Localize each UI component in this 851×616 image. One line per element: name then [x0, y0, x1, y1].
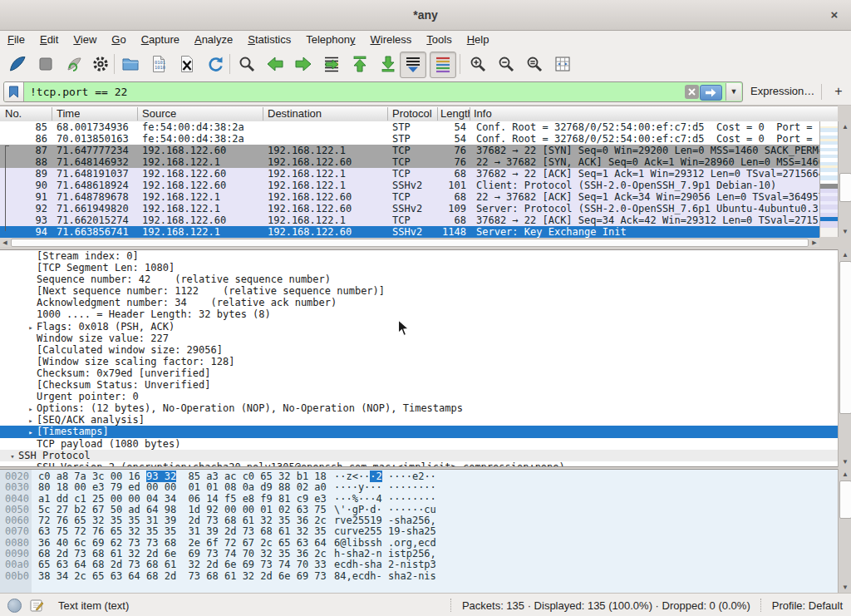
detail-line[interactable]: ▸[SEQ/ACK analysis]: [0, 414, 838, 426]
scroll-up-arrow[interactable]: ▲: [839, 249, 851, 260]
go-first-button[interactable]: [347, 52, 372, 76]
go-forward-button[interactable]: [291, 52, 316, 76]
detail-line[interactable]: TCP payload (1080 bytes): [0, 438, 838, 450]
packet-row-92[interactable]: 9271.661949820192.168.122.1192.168.122.6…: [0, 203, 819, 214]
hex-vscrollbar[interactable]: ▲ ▼: [838, 469, 851, 593]
detail-line[interactable]: [Window size scaling factor: 128]: [0, 356, 838, 367]
packet-row-93[interactable]: 9371.662015274192.168.122.60192.168.122.…: [0, 214, 819, 226]
column-divider[interactable]: [470, 107, 470, 121]
filter-apply-button[interactable]: [700, 85, 722, 101]
menu-go[interactable]: Go: [104, 31, 133, 49]
start-capture-button[interactable]: [5, 52, 30, 76]
column-divider[interactable]: [263, 107, 263, 121]
scrollbar-thumb[interactable]: [11, 239, 809, 247]
packet-row-85[interactable]: 8568.001734936fe:54:00:d4:38:2aSTP54Conf…: [0, 121, 819, 133]
filter-bookmark-button[interactable]: [4, 82, 24, 101]
packet-row-91[interactable]: 9171.648789678192.168.122.1192.168.122.6…: [0, 191, 819, 203]
column-divider[interactable]: [52, 107, 52, 121]
scrollbar-thumb[interactable]: [839, 261, 851, 414]
packet-list-vscrollbar[interactable]: ▲ ▼: [838, 121, 851, 237]
zoom-original-button[interactable]: [522, 52, 547, 76]
scroll-up-arrow[interactable]: ▲: [839, 121, 851, 132]
col-header-time[interactable]: Time: [57, 106, 80, 121]
packet-row-94[interactable]: 9471.663856741192.168.122.1192.168.122.6…: [0, 226, 819, 238]
scroll-left-arrow[interactable]: ◀: [0, 238, 10, 247]
scroll-up-arrow[interactable]: ▲: [839, 469, 851, 480]
zoom-in-button[interactable]: [465, 52, 490, 76]
detail-line[interactable]: [TCP Segment Len: 1080]: [0, 262, 838, 274]
detail-line[interactable]: Acknowledgment number: 34 (relative ack …: [0, 297, 838, 308]
hex-row[interactable]: 00b038 34 2c 65 63 64 68 2d 73 68 61 32 …: [0, 571, 838, 582]
hex-row[interactable]: 00a065 63 64 68 2d 73 68 61 32 2d 6e 69 …: [0, 559, 838, 570]
close-file-button[interactable]: [175, 52, 199, 76]
go-to-packet-button[interactable]: [319, 52, 344, 76]
col-header-protocol[interactable]: Protocol: [392, 106, 432, 121]
detail-line[interactable]: ▸Options: (12 bytes), No-Operation (NOP)…: [0, 402, 838, 414]
expression-button[interactable]: Expression…: [750, 79, 814, 105]
colorize-button[interactable]: [430, 52, 456, 78]
filter-clear-button[interactable]: [685, 85, 699, 99]
col-header-length[interactable]: Length: [440, 106, 470, 121]
open-file-button[interactable]: [118, 52, 143, 76]
add-filter-button[interactable]: +: [829, 79, 848, 105]
expand-arrow-icon[interactable]: ▸: [25, 426, 37, 438]
hex-row[interactable]: 00505c 27 b2 67 50 ad 64 98 1d 92 00 00 …: [0, 505, 838, 515]
menu-telephony[interactable]: Telephony: [298, 31, 362, 49]
menu-edit[interactable]: Edit: [32, 31, 66, 49]
close-button[interactable]: ×: [826, 7, 843, 23]
go-back-button[interactable]: [263, 52, 288, 76]
col-header-info[interactable]: Info: [474, 106, 492, 121]
intelligent-scrollbar-minimap[interactable]: [819, 121, 839, 237]
scroll-down-arrow[interactable]: ▼: [839, 456, 851, 467]
filter-dropdown-button[interactable]: ▼: [726, 83, 741, 101]
menu-analyze[interactable]: Analyze: [187, 31, 240, 49]
capture-comment-icon[interactable]: [30, 599, 44, 613]
col-header-no[interactable]: No.: [5, 106, 22, 121]
auto-scroll-button[interactable]: [400, 52, 426, 78]
packet-row-90[interactable]: 9071.648618924192.168.122.60192.168.122.…: [0, 180, 819, 191]
hex-row[interactable]: 009068 2d 73 68 61 32 2d 6e 69 73 74 70 …: [0, 549, 838, 559]
detail-line[interactable]: Checksum: 0x79ed [unverified]: [0, 367, 838, 379]
save-file-button[interactable]: 01011010: [146, 52, 171, 76]
details-vscrollbar[interactable]: ▲ ▼: [838, 249, 851, 467]
go-last-button[interactable]: [376, 52, 401, 76]
detail-line[interactable]: Window size value: 227: [0, 333, 838, 344]
column-divider[interactable]: [387, 107, 388, 121]
packet-list-hscrollbar[interactable]: ◀ ▶: [0, 238, 819, 247]
hex-row[interactable]: 0020c0 a8 7a 3c 00 16 93 32 85 a3 ac c0 …: [0, 471, 838, 482]
packet-row-87[interactable]: 8771.647777234192.168.122.60192.168.122.…: [0, 145, 819, 156]
detail-line[interactable]: ▾SSH Protocol: [0, 450, 838, 461]
scroll-down-arrow[interactable]: ▼: [839, 582, 851, 593]
profile-text[interactable]: Profile: Default: [772, 599, 843, 612]
hex-row[interactable]: 0040a1 dd c1 25 00 00 04 34 06 14 f5 e8 …: [0, 494, 838, 505]
menu-view[interactable]: View: [66, 31, 104, 49]
column-divider[interactable]: [137, 107, 138, 121]
scrollbar-thumb[interactable]: [839, 173, 851, 202]
detail-line[interactable]: ▸SSH Version 2 (encryption:chacha20-poly…: [0, 461, 838, 467]
detail-line[interactable]: ▸[Timestamps]: [0, 426, 838, 437]
expert-info-icon[interactable]: [7, 599, 22, 613]
packet-row-86[interactable]: 8670.013850163fe:54:00:d4:38:2aSTP54Conf…: [0, 133, 819, 145]
hex-row[interactable]: 007063 75 72 76 65 32 35 35 31 39 2d 73 …: [0, 526, 838, 537]
packet-row-88[interactable]: 8871.648146932192.168.122.1192.168.122.6…: [0, 156, 819, 168]
col-header-source[interactable]: Source: [142, 106, 176, 121]
menu-tools[interactable]: Tools: [419, 31, 459, 49]
reload-button[interactable]: [203, 52, 228, 76]
detail-line[interactable]: [Checksum Status: Unverified]: [0, 379, 838, 391]
find-packet-button[interactable]: [234, 52, 259, 76]
expand-arrow-icon[interactable]: ▸: [25, 403, 37, 415]
detail-line[interactable]: 1000 .... = Header Length: 32 bytes (8): [0, 308, 838, 320]
menu-help[interactable]: Help: [460, 31, 497, 49]
stop-capture-button[interactable]: [33, 52, 58, 76]
col-header-destination[interactable]: Destination: [268, 106, 322, 121]
menu-file[interactable]: File: [0, 31, 32, 49]
menu-capture[interactable]: Capture: [134, 31, 187, 49]
expand-arrow-icon[interactable]: ▾: [7, 451, 18, 462]
menu-statistics[interactable]: Statistics: [240, 31, 298, 49]
detail-line[interactable]: Urgent pointer: 0: [0, 391, 838, 402]
expand-arrow-icon[interactable]: ▸: [25, 415, 37, 426]
zoom-out-button[interactable]: [494, 52, 519, 76]
column-divider[interactable]: [437, 107, 438, 121]
detail-line[interactable]: [Next sequence number: 1122 (relative se…: [0, 285, 838, 297]
capture-options-button[interactable]: [88, 52, 113, 76]
